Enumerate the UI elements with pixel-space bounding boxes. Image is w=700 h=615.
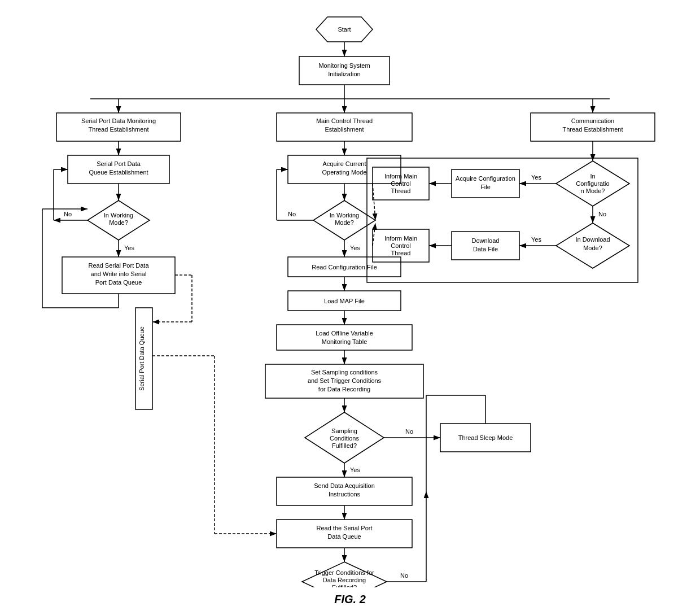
queue-vertical-label: Serial Port Data Queue [138,326,145,391]
acquire-mode-label1: Acquire Current [322,160,366,167]
yes-label-sampling: Yes [350,466,360,473]
no-label-sampling: No [405,428,413,435]
set-sampling-label1: Set Sampling conditions [311,369,378,376]
yes-label-left: Yes [124,245,134,251]
acquire-config-label2: File [480,184,491,190]
read-serial-label3: Port Data Queue [95,279,142,286]
read-serial-label1: Read Serial Port Data [89,262,150,269]
inform-main-upper-label2: Control [391,180,410,187]
download-file-label1: Download [472,237,500,244]
working-main-label2: Mode? [335,219,354,226]
serial-queue-label1: Serial Port Data [97,160,141,167]
read-queue-label1: Read the Serial Port [316,525,372,531]
flowchart-container: Start Monitoring System Initialization S… [0,0,700,587]
no-label-config: No [598,211,606,217]
trigger-label2: Data Recording [323,577,366,583]
inform-main-lower-label2: Control [391,242,410,249]
sampling-label3: Fulfilled? [332,442,357,449]
inform-main-lower-label3: Thread [391,250,411,256]
load-offline-label2: Monitoring Table [322,338,368,345]
trigger-label3: Fulfilled? [332,584,357,587]
inform-main-lower-label1: Inform Main [384,235,417,242]
load-offline-node [277,325,412,350]
read-serial-label2: and Write into Serial [91,271,147,277]
read-queue-label2: Data Queue [327,533,361,540]
yes-label-download: Yes [531,236,541,243]
comm-thread-label1: Communication [571,117,614,124]
no-label-left: No [64,211,72,217]
working-left-label2: Mode? [109,219,128,226]
start-label: Start [338,26,351,33]
dashed-inform-working [373,184,375,220]
thread-sleep-label: Thread Sleep Mode [458,434,513,441]
config-mode-label1: In [590,173,595,180]
download-file-label2: Data File [473,246,498,252]
sampling-label1: Sampling [331,428,357,434]
yes-label-config: Yes [531,174,541,181]
download-label1: In Download [575,236,610,243]
send-instructions-label2: Instructions [329,491,361,498]
set-sampling-label2: and Set Trigger Conditions [308,377,382,384]
no-label-main: No [288,211,296,217]
serial-queue-label2: Queue Establishment [89,169,148,176]
svg-text:Initialization: Initialization [328,71,360,77]
working-main-label1: In Working [330,212,359,219]
no-label-trigger: No [400,572,408,579]
load-map-label: Load MAP File [324,298,365,304]
set-sampling-label3: for Data Recording [318,386,370,392]
inform-main-upper-label3: Thread [391,187,411,194]
load-offline-label1: Load Offline Variable [316,330,373,337]
serial-thread-label1: Serial Port Data Monitoring [81,117,156,124]
send-instructions-label1: Send Data Acquisition [314,482,375,489]
download-label2: Mode? [583,245,602,251]
init-label: Monitoring System [318,62,370,69]
working-left-label1: In Working [104,212,133,219]
main-thread-label1: Main Control Thread [316,117,373,124]
config-mode-label3: n Mode? [581,187,605,194]
sampling-label2: Conditions [330,435,359,442]
acquire-mode-label2: Operating Mode [322,169,367,176]
yes-label-main: Yes [350,245,360,251]
main-thread-label2: Establishment [325,126,364,133]
comm-thread-label2: Thread Establishment [563,126,623,133]
inform-main-upper-label1: Inform Main [384,173,417,180]
trigger-label1: Trigger Conditions for [314,569,374,576]
acquire-config-label1: Acquire Configuration [456,175,515,182]
config-mode-label2: Configuratio [576,180,609,187]
figure-label: FIG. 2 [334,593,366,606]
serial-thread-label2: Thread Establishment [89,126,149,133]
